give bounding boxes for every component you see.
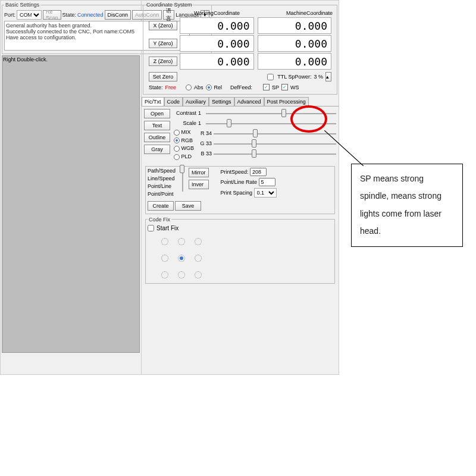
- port-label: Port:: [4, 12, 15, 18]
- mix-radio[interactable]: [174, 130, 180, 136]
- z-working-value: 0.000: [180, 53, 254, 70]
- inver-button[interactable]: Inver: [189, 180, 209, 189]
- pld-radio[interactable]: [174, 154, 180, 160]
- b-slider[interactable]: [214, 149, 336, 158]
- contrast-slider[interactable]: [206, 109, 336, 117]
- mix-label: MIX: [181, 129, 191, 135]
- spacing-label: Print Spacing: [221, 190, 253, 196]
- pathspeed-label: Path/Speed: [148, 168, 176, 174]
- port-select[interactable]: COM5: [17, 10, 42, 20]
- pointline-label: Point/Line: [148, 183, 176, 189]
- speed-group: Path/Speed Line/Speed Point/Line Point/P…: [145, 166, 335, 214]
- g-slider[interactable]: [214, 139, 336, 148]
- coordinate-group: Coordinate System WorkingCoordinate Mach…: [143, 2, 337, 95]
- sp-label: SP: [272, 84, 279, 90]
- rgb-label: RGB: [181, 137, 193, 143]
- rescan-button[interactable]: Re Scan: [43, 10, 61, 20]
- ws-label: WS: [290, 84, 299, 90]
- x-working-value: 0.000: [180, 17, 254, 34]
- tab-advanced[interactable]: Advanced: [234, 97, 264, 106]
- r-slider[interactable]: [214, 129, 336, 137]
- z-machine-value: 0.000: [258, 53, 332, 70]
- wgb-radio[interactable]: [174, 146, 180, 152]
- contrast-label: Contrast: [174, 110, 196, 116]
- tab-bar: Pic/Txt Code Auxiliary Settings Advanced…: [142, 97, 339, 107]
- mode-slider[interactable]: [179, 168, 185, 192]
- anchor-mc[interactable]: [178, 255, 185, 262]
- deffeed-label: DefFeed:: [230, 84, 252, 90]
- create-button[interactable]: Create: [148, 201, 174, 211]
- abs-label: Abs: [194, 84, 203, 90]
- anchor-tl[interactable]: [161, 238, 168, 245]
- scale-slider[interactable]: [206, 119, 336, 127]
- pld-label: PLD: [181, 154, 192, 159]
- r-label: R 34: [196, 130, 212, 136]
- canvas-hint: Right Double-click.: [3, 57, 48, 62]
- rel-label: Rel: [214, 84, 223, 90]
- anchor-br[interactable]: [195, 271, 202, 278]
- anchor-bl[interactable]: [161, 271, 168, 278]
- open-button[interactable]: Open: [144, 109, 170, 118]
- rgb-radio[interactable]: [174, 137, 180, 143]
- pointpoint-label: Point/Point: [148, 191, 176, 197]
- anchor-tr[interactable]: [195, 238, 202, 245]
- anchor-mr[interactable]: [195, 255, 202, 262]
- rate-input[interactable]: [259, 178, 275, 186]
- anchor-tc[interactable]: [178, 238, 185, 245]
- startfix-checkbox[interactable]: [148, 225, 154, 231]
- mirror-button[interactable]: Mirror: [189, 168, 209, 177]
- tab-auxiliary[interactable]: Auxiliary: [183, 97, 209, 106]
- y-zero-button[interactable]: Y (Zero): [149, 39, 177, 48]
- preview-canvas[interactable]: Right Double-click.: [2, 55, 140, 353]
- run-state-label: State:: [149, 84, 163, 90]
- tab-pictxt[interactable]: Pic/Txt: [142, 97, 164, 106]
- run-state-value: Free: [165, 84, 177, 90]
- x-zero-button[interactable]: X (Zero): [149, 21, 177, 30]
- working-coord-label: WorkingCoordinate: [194, 10, 240, 16]
- save-button[interactable]: Save: [175, 201, 201, 211]
- ttl-up-icon[interactable]: ▴: [325, 72, 331, 82]
- coord-legend: Coordinate System: [145, 2, 193, 8]
- sp-checkbox[interactable]: ✓: [263, 84, 270, 90]
- codefix-legend: Code Fix: [148, 217, 171, 223]
- startfix-label: Start Fix: [156, 225, 178, 231]
- abs-radio[interactable]: [186, 84, 192, 90]
- tab-code[interactable]: Code: [164, 97, 183, 106]
- wgb-label: WGB: [181, 145, 195, 151]
- codefix-anchor-grid: [158, 235, 333, 281]
- text-button[interactable]: Text: [144, 121, 170, 130]
- g-label: G 33: [196, 140, 212, 146]
- machine-coord-label: MachineCoordinate: [286, 10, 333, 16]
- anchor-ml[interactable]: [161, 255, 168, 262]
- ttl-label: TTL SpPower:: [277, 74, 311, 80]
- ws-checkbox[interactable]: ✓: [281, 84, 288, 90]
- right-column: Coordinate System WorkingCoordinate Mach…: [142, 1, 339, 374]
- scale-label: Scale: [174, 120, 196, 126]
- left-column: Basic Settings Port: COM5 Re Scan State:…: [1, 1, 142, 374]
- disconn-button[interactable]: DisConn: [105, 10, 131, 20]
- outline-button[interactable]: Outline: [144, 133, 170, 142]
- pictxt-panel: Open Text Outline Gray Contrast 1 Scale …: [142, 107, 339, 287]
- gray-button[interactable]: Gray: [144, 145, 170, 154]
- printspeed-input[interactable]: [250, 168, 267, 176]
- y-working-value: 0.000: [180, 35, 254, 52]
- tab-settings[interactable]: Settings: [209, 97, 234, 106]
- ttl-checkbox[interactable]: [267, 74, 274, 80]
- set-zero-button[interactable]: Set Zero: [149, 72, 177, 82]
- state-value: Connected: [77, 12, 104, 18]
- x-machine-value: 0.000: [258, 17, 332, 34]
- codefix-group: Code Fix Start Fix: [145, 217, 335, 284]
- tab-postproc[interactable]: Post Processing: [264, 97, 309, 106]
- basic-settings-legend: Basic Settings: [4, 2, 40, 8]
- linespeed-label: Line/Speed: [148, 176, 176, 181]
- printspeed-label: PrintSpeed:: [221, 169, 249, 175]
- y-machine-value: 0.000: [258, 35, 332, 52]
- rate-label: Point/Line Rate: [221, 179, 258, 185]
- z-zero-button[interactable]: Z (Zero): [149, 57, 177, 66]
- rel-radio[interactable]: [206, 84, 212, 90]
- state-label: State:: [62, 12, 77, 18]
- anchor-bc[interactable]: [178, 271, 185, 278]
- ttl-value: 3 %: [314, 74, 323, 80]
- app-window: Basic Settings Port: COM5 Re Scan State:…: [0, 0, 339, 375]
- spacing-select[interactable]: 0.1: [254, 188, 277, 198]
